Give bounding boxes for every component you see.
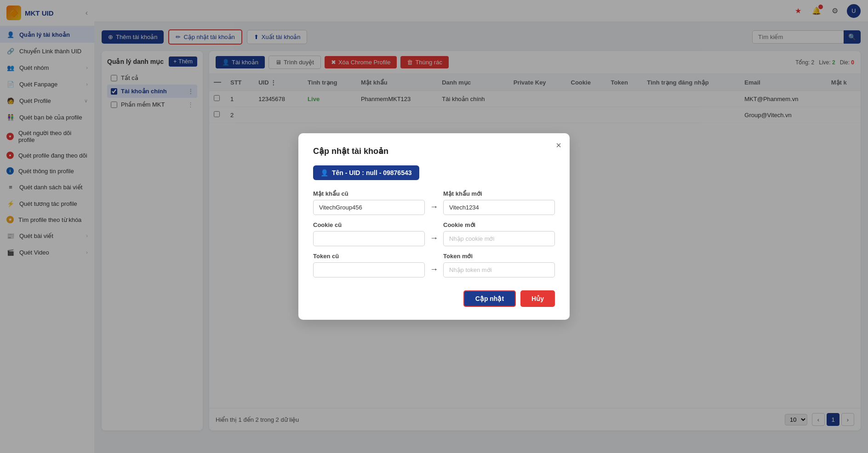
new-cookie-input[interactable] <box>443 231 555 246</box>
modal-title: Cập nhật tài khoản <box>313 146 555 156</box>
new-password-input[interactable] <box>443 200 555 215</box>
old-token-group: Token cũ <box>313 253 425 277</box>
old-password-input[interactable] <box>313 200 425 215</box>
old-cookie-label: Cookie cũ <box>313 221 425 228</box>
arrow-token: → <box>425 253 443 274</box>
arrow-cookie: → <box>425 221 443 243</box>
new-cookie-label: Cookie mới <box>443 221 555 228</box>
modal-form-grid: Mật khẩu cũ → Mật khẩu mới Cookie cũ → C… <box>313 190 555 277</box>
new-token-input[interactable] <box>443 262 555 277</box>
new-cookie-group: Cookie mới <box>443 221 555 246</box>
old-cookie-input[interactable] <box>313 231 425 246</box>
cancel-button[interactable]: Hủy <box>520 290 555 307</box>
new-token-group: Token mới <box>443 253 555 277</box>
user-badge-icon: 👤 <box>320 169 328 176</box>
update-account-modal: × Cập nhật tài khoản 👤 Tên - UID : null … <box>298 133 570 320</box>
update-button[interactable]: Cập nhật <box>463 290 516 307</box>
old-token-input[interactable] <box>313 262 425 277</box>
old-password-label: Mật khẩu cũ <box>313 190 425 197</box>
modal-user-badge: 👤 Tên - UID : null - 09876543 <box>313 165 419 180</box>
new-password-group: Mật khẩu mới <box>443 190 555 215</box>
modal-overlay: × Cập nhật tài khoản 👤 Tên - UID : null … <box>0 0 868 453</box>
old-password-group: Mật khẩu cũ <box>313 190 425 215</box>
modal-user-name: Tên - UID : null - 09876543 <box>332 169 412 176</box>
arrow-password: → <box>425 190 443 212</box>
old-cookie-group: Cookie cũ <box>313 221 425 246</box>
new-password-label: Mật khẩu mới <box>443 190 555 197</box>
new-token-label: Token mới <box>443 253 555 260</box>
modal-close-button[interactable]: × <box>556 141 561 150</box>
modal-footer: Cập nhật Hủy <box>313 290 555 307</box>
old-token-label: Token cũ <box>313 253 425 260</box>
